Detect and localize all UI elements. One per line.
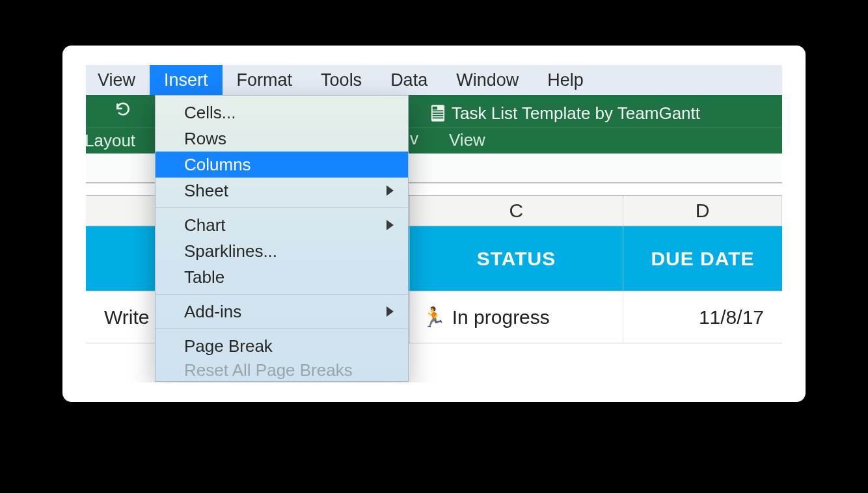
submenu-arrow-icon [387,306,394,317]
undo-icon[interactable] [113,100,133,120]
submenu-arrow-icon [387,220,394,230]
menu-help[interactable]: Help [533,65,598,95]
dropdown-separator [156,207,408,208]
runner-emoji-icon: 🏃 [422,306,446,328]
dropdown-item-table[interactable]: Table [156,264,408,290]
app-window-card: View Insert Format Tools Data Window Hel… [62,46,806,402]
svg-rect-4 [433,117,444,118]
menu-format[interactable]: Format [223,65,307,95]
cell-status-text: In progress [452,306,550,328]
menu-insert[interactable]: Insert [150,65,223,95]
cell-status[interactable]: 🏃 In progress [410,291,623,343]
insert-dropdown: Cells... Rows Columns Sheet Chart Sparkl… [155,95,409,382]
column-header-d[interactable]: D [623,196,782,226]
column-header-c[interactable]: C [410,196,623,226]
dropdown-separator [156,328,408,329]
dropdown-item-addins[interactable]: Add-ins [156,299,408,325]
menu-window[interactable]: Window [442,65,533,95]
menubar: View Insert Format Tools Data Window Hel… [86,65,782,95]
dropdown-item-chart[interactable]: Chart [156,212,408,238]
dropdown-item-rows[interactable]: Rows [156,126,408,152]
svg-rect-2 [433,113,444,114]
excel-file-icon [431,104,445,122]
menu-tools[interactable]: Tools [306,65,376,95]
dropdown-separator [156,294,408,295]
dropdown-item-cells[interactable]: Cells... [156,100,408,126]
submenu-arrow-icon [387,185,394,196]
table-header-due-date: DUE DATE [623,226,782,291]
viewport-inset: View Insert Format Tools Data Window Hel… [86,65,782,382]
dropdown-item-page-break[interactable]: Page Break [156,333,408,359]
svg-rect-5 [433,107,437,110]
ribbon-tab-truncated: v [410,129,418,149]
ribbon-tab-layout[interactable]: Layout [86,131,135,151]
document-title: Task List Template by TeamGantt [452,103,700,124]
dropdown-item-reset-page-breaks[interactable]: Reset All Page Breaks [156,359,408,381]
dropdown-item-sheet[interactable]: Sheet [156,178,408,204]
menu-data[interactable]: Data [376,65,442,95]
svg-rect-1 [433,110,444,111]
table-header-status: STATUS [410,226,623,291]
dropdown-item-columns[interactable]: Columns [156,152,408,178]
cell-due-date[interactable]: 11/8/17 [623,291,782,343]
document-title-chip[interactable]: Task List Template by TeamGantt [431,100,700,126]
svg-rect-3 [433,115,444,116]
menu-view[interactable]: View [86,65,150,95]
dropdown-item-sparklines[interactable]: Sparklines... [156,238,408,264]
ribbon-tab-view[interactable]: View [449,130,485,150]
